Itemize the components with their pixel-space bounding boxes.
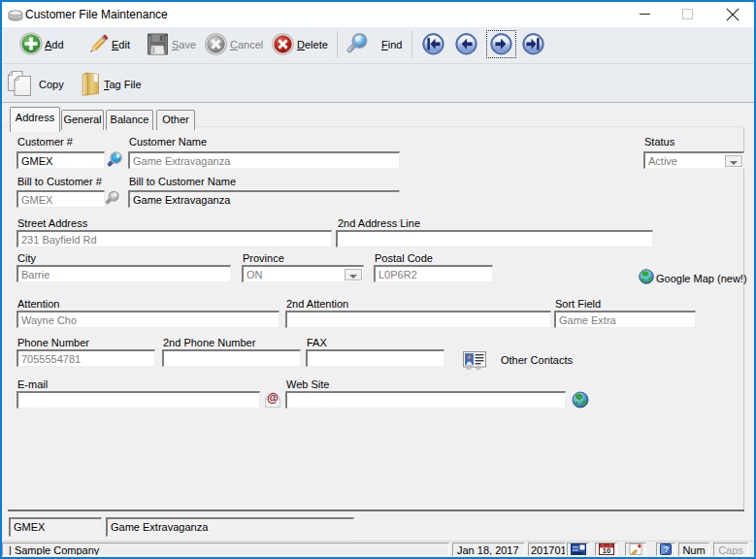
svg-text:?: ? xyxy=(664,544,669,554)
svg-text:@: @ xyxy=(267,391,279,405)
svg-text:10: 10 xyxy=(603,546,610,555)
